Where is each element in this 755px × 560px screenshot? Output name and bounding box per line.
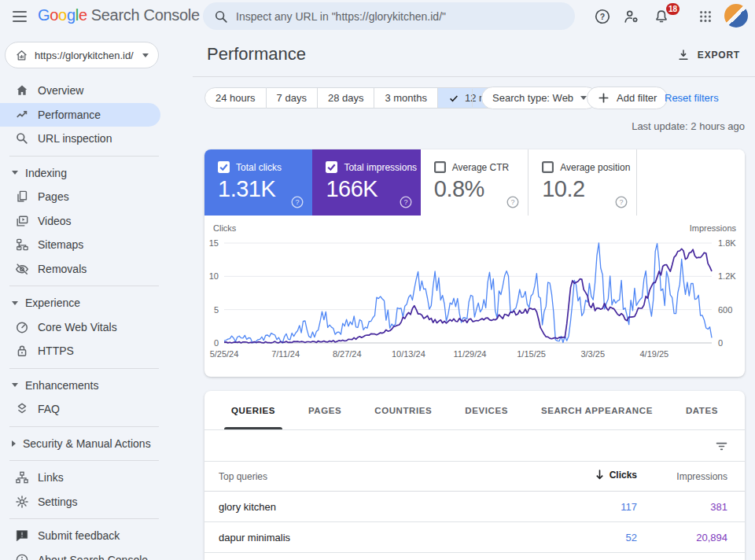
sidebar-item-pages[interactable]: Pages <box>0 185 193 209</box>
notification-badge: 18 <box>666 3 680 15</box>
help-icon[interactable]: ? <box>291 196 304 208</box>
sidebar-item-links[interactable]: Links <box>0 466 193 490</box>
chevron-expanded-icon <box>12 301 18 305</box>
column-header-queries: Top queries <box>219 471 267 482</box>
query-cell: glory kitchen <box>219 501 276 513</box>
svg-text:?: ? <box>619 198 623 206</box>
url-inspect-input[interactable] <box>236 10 564 23</box>
filter-table-button[interactable] <box>712 437 731 455</box>
sidebar-divider <box>9 460 159 461</box>
svg-text:5/25/24: 5/25/24 <box>210 349 239 359</box>
account-avatar[interactable] <box>724 4 748 28</box>
svg-text:?: ? <box>296 198 300 206</box>
svg-text:1/15/25: 1/15/25 <box>517 349 546 359</box>
sidebar-item-videos[interactable]: Videos <box>0 209 193 234</box>
help-icon[interactable]: ? <box>506 196 519 208</box>
sidebar-section-indexing[interactable]: Indexing <box>0 161 193 186</box>
chip-24-hours[interactable]: 24 hours <box>204 87 267 109</box>
metric-label: Total impressions <box>344 162 417 173</box>
pages-icon <box>14 189 30 204</box>
sidebar-divider <box>9 156 159 157</box>
tab-devices[interactable]: DEVICES <box>465 391 508 429</box>
sidebar-section-security-manual-actions[interactable]: Security & Manual Actions <box>0 432 193 456</box>
google-apps-button[interactable] <box>696 7 715 26</box>
sidebar-item-core-web-vitals[interactable]: Core Web Vitals <box>0 315 193 340</box>
help-icon[interactable]: ? <box>615 196 628 208</box>
svg-text:?: ? <box>511 198 515 206</box>
impressions-cell: 20,894 <box>696 532 727 543</box>
hamburger-bar <box>13 16 27 17</box>
reset-filters-link[interactable]: Reset filters <box>665 92 719 104</box>
sidebar-section-label: Enhancements <box>25 379 98 392</box>
add-filter-label: Add filter <box>617 92 657 104</box>
download-icon <box>676 48 691 62</box>
column-header-clicks[interactable]: Clicks <box>595 469 637 481</box>
sidebar-item-label: Performance <box>38 109 101 121</box>
link-tree-icon <box>14 470 30 485</box>
svg-text:Clicks: Clicks <box>213 223 237 233</box>
table-row[interactable]: dapur minimalis 52 20,894 <box>204 521 745 552</box>
chip-7-days[interactable]: 7 days <box>267 87 318 109</box>
home-icon <box>14 83 30 98</box>
menu-button[interactable] <box>13 11 28 22</box>
logo-letter: o <box>58 6 67 24</box>
sidebar-item-performance[interactable]: Performance <box>0 103 160 127</box>
notifications-button[interactable]: 18 <box>652 7 671 26</box>
chip-28-days[interactable]: 28 days <box>318 87 375 109</box>
search-type-dropdown[interactable]: Search type: Web <box>481 87 598 109</box>
sidebar-item-label: Submit feedback <box>38 529 120 542</box>
add-filter-button[interactable]: Add filter <box>587 87 668 109</box>
table-header-row: Top queries Clicks Impressions <box>204 461 745 491</box>
metric-total-impressions[interactable]: Total impressions 166K ? <box>312 149 420 216</box>
tab-search-appearance[interactable]: SEARCH APPEARANCE <box>541 391 653 429</box>
sidebar-item-removals[interactable]: Removals <box>0 257 193 282</box>
sidebar-item-faq[interactable]: FAQ <box>0 397 193 422</box>
chip-3-months[interactable]: 3 months <box>374 87 437 109</box>
sidebar-item-label: Core Web Vitals <box>38 321 117 333</box>
sidebar-divider <box>9 368 159 369</box>
svg-text:5: 5 <box>214 305 219 315</box>
sidebar-item-settings[interactable]: Settings <box>0 490 193 514</box>
tab-pages[interactable]: PAGES <box>308 391 341 429</box>
check-icon <box>448 93 459 104</box>
sidebar-item-about-search-console[interactable]: About Search Console <box>0 548 193 560</box>
performance-summary-card: Total clicks 1.31K ? Total impressions 1… <box>204 149 745 377</box>
sidebar-item-label: Settings <box>38 496 78 508</box>
metric-average-position[interactable]: Average position 10.2 ? <box>528 149 636 216</box>
sidebar-item-sitemaps[interactable]: Sitemaps <box>0 233 193 257</box>
metric-label: Average CTR <box>452 162 509 173</box>
export-button[interactable]: EXPORT <box>676 48 740 62</box>
sidebar-item-url-inspection[interactable]: URL inspection <box>0 127 193 151</box>
checkbox-unchecked-icon <box>434 161 446 173</box>
help-icon[interactable]: ? <box>400 196 412 208</box>
divider <box>204 552 745 553</box>
logo-letter: G <box>38 6 50 24</box>
svg-text:10: 10 <box>209 271 219 281</box>
filter-list-icon <box>714 439 729 454</box>
user-settings-button[interactable] <box>622 7 641 26</box>
sidebar-item-https[interactable]: HTTPS <box>0 339 193 363</box>
sidebar-section-enhancements[interactable]: Enhancements <box>0 374 193 398</box>
tab-dates[interactable]: DATES <box>686 391 718 429</box>
checkbox-checked-icon <box>218 161 230 173</box>
url-inspect-searchbar[interactable] <box>203 2 575 30</box>
logo-letter: o <box>50 6 58 24</box>
metric-average-ctr[interactable]: Average CTR 0.8% ? <box>421 149 528 216</box>
metric-total-clicks[interactable]: Total clicks 1.31K ? <box>204 149 312 216</box>
tab-countries[interactable]: COUNTRIES <box>374 391 432 429</box>
sidebar-section-experience[interactable]: Experience <box>0 291 193 315</box>
column-header-impressions[interactable]: Impressions <box>676 471 727 482</box>
sidebar-item-overview[interactable]: Overview <box>0 79 193 103</box>
chevron-down-icon <box>142 53 149 57</box>
svg-text:1.8K: 1.8K <box>718 238 736 248</box>
property-selector[interactable]: https://glorykitchen.id/ <box>5 42 159 68</box>
table-row[interactable]: glory kitchen 117 381 <box>204 491 745 521</box>
sidebar-item-label: URL inspection <box>38 132 112 145</box>
sidebar-item-submit-feedback[interactable]: Submit feedback <box>0 524 193 548</box>
svg-text:7/11/24: 7/11/24 <box>271 349 300 359</box>
help-button[interactable]: ? <box>593 7 612 26</box>
chevron-expanded-icon <box>12 171 18 175</box>
layers-icon <box>14 401 30 417</box>
sidebar-item-label: Sitemaps <box>38 238 83 251</box>
tab-queries[interactable]: QUERIES <box>231 391 275 429</box>
